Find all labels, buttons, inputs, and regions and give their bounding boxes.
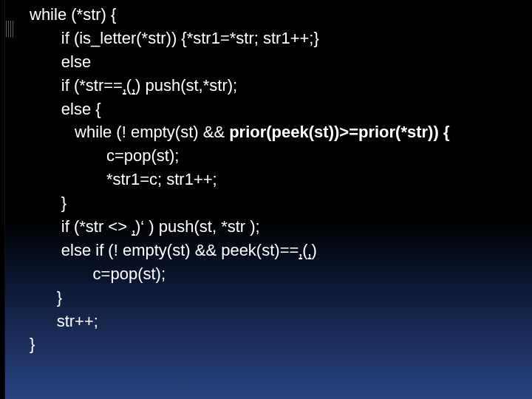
- code-segment: if (is_letter(*str)) {*str1=*str; str1++…: [30, 29, 319, 47]
- code-segment: (: [302, 241, 307, 259]
- code-line: if (*str==‚(‚) push(st,*str);: [30, 74, 449, 98]
- code-segment: }: [30, 335, 35, 353]
- code-segment: while (*str) {: [30, 5, 116, 24]
- code-line: c=pop(st);: [30, 144, 449, 168]
- code-segment: ): [311, 241, 316, 259]
- placeholder-handle[interactable]: [6, 21, 13, 37]
- code-line: while (! empty(st) && prior(peek(st))>=p…: [30, 120, 449, 144]
- code-segment: c=pop(st);: [30, 146, 179, 165]
- code-segment: }: [30, 194, 66, 212]
- code-segment: *str1=c; str1++;: [30, 170, 217, 188]
- code-line: }: [30, 191, 449, 215]
- code-segment: else if (! empty(st) && peek(st)==: [30, 241, 299, 259]
- code-line: while (*str) {: [30, 3, 449, 27]
- code-segment: while (! empty(st) &&: [30, 123, 229, 141]
- code-line: else: [30, 50, 449, 74]
- code-line: c=pop(st);: [30, 262, 449, 286]
- slide-left-border: [0, 0, 5, 399]
- code-segment: }: [30, 288, 62, 307]
- code-segment: ) push(st,*str);: [135, 76, 237, 95]
- code-line: }: [30, 286, 449, 310]
- code-block: while (*str) { if (is_letter(*str)) {*st…: [30, 3, 449, 356]
- code-segment: else {: [30, 100, 101, 118]
- code-segment: )‘ ) push(st, *str );: [135, 217, 260, 236]
- code-segment: str++;: [30, 312, 98, 330]
- code-segment: if (*str <>: [30, 217, 132, 236]
- code-segment: prior(peek(st))>=prior(*str)) {: [229, 123, 449, 141]
- code-segment: c=pop(st);: [30, 265, 166, 283]
- code-segment: if (*str==: [30, 76, 123, 95]
- code-line: if (is_letter(*str)) {*str1=*str; str1++…: [30, 27, 449, 50]
- code-line: str++;: [30, 310, 449, 333]
- code-line: else if (! empty(st) && peek(st)==‚(‚): [30, 239, 449, 262]
- code-line: *str1=c; str1++;: [30, 168, 449, 191]
- code-line: else {: [30, 98, 449, 121]
- code-line: }: [30, 332, 449, 356]
- code-segment: else: [30, 52, 91, 71]
- code-line: if (*str <> ‚)‘ ) push(st, *str );: [30, 215, 449, 239]
